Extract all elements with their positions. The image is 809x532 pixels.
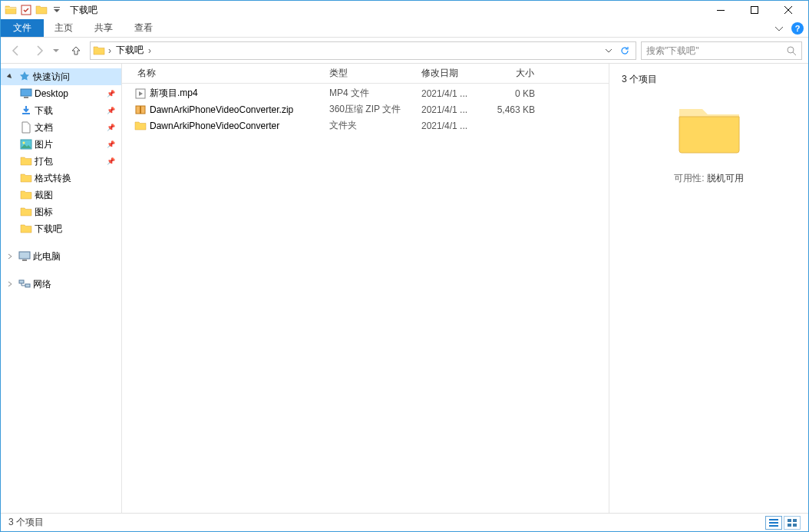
sidebar-item-thispc[interactable]: 此电脑 xyxy=(1,248,121,265)
chevron-right-icon[interactable]: › xyxy=(106,45,114,56)
search-icon[interactable] xyxy=(786,45,797,56)
tab-view[interactable]: 查看 xyxy=(124,19,163,37)
search-input[interactable] xyxy=(646,45,786,56)
search-box[interactable] xyxy=(641,41,802,60)
tab-home[interactable]: 主页 xyxy=(44,19,84,37)
svg-rect-19 xyxy=(769,525,778,527)
column-size[interactable]: 大小 xyxy=(478,64,541,83)
sidebar-item-format[interactable]: 格式转换 xyxy=(1,170,121,187)
close-button[interactable] xyxy=(771,1,805,19)
expand-icon[interactable] xyxy=(7,281,16,287)
address-bar[interactable]: › 下载吧 › xyxy=(90,41,636,60)
preview-pane: 3 个项目 可用性: 脱机可用 xyxy=(609,64,808,513)
tab-share[interactable]: 共享 xyxy=(84,19,124,37)
sidebar-item-label: 文档 xyxy=(35,121,53,134)
pin-icon: 📌 xyxy=(107,124,115,131)
address-segment[interactable]: 下载吧 xyxy=(114,42,146,59)
back-button[interactable] xyxy=(7,41,25,60)
pictures-icon xyxy=(19,137,33,151)
sidebar-item-label: 截图 xyxy=(35,189,53,202)
status-view-buttons xyxy=(765,516,801,530)
main-area: 快速访问 Desktop 📌 下载 📌 文档 📌 xyxy=(1,64,808,513)
up-button[interactable] xyxy=(67,41,85,60)
content-pane: 名称 类型 修改日期 大小 新项目.mp4 MP4 文件 2021/4/1 ..… xyxy=(122,64,609,513)
pin-icon: 📌 xyxy=(107,157,115,165)
expand-ribbon-icon[interactable] xyxy=(771,21,787,36)
sidebar-item-desktop[interactable]: Desktop 📌 xyxy=(1,85,121,102)
file-size: 5,463 KB xyxy=(478,104,541,115)
file-name: DawnArkiPhoneVideoConverter.zip xyxy=(150,104,293,115)
window-controls xyxy=(704,1,805,19)
svg-rect-18 xyxy=(769,522,778,524)
file-size: 0 KB xyxy=(478,88,541,99)
folder-icon xyxy=(19,205,33,219)
forward-button[interactable] xyxy=(30,41,48,60)
quick-access-toolbar xyxy=(4,3,64,17)
file-row[interactable]: 新项目.mp4 MP4 文件 2021/4/1 ... 0 KB xyxy=(122,85,609,101)
svg-point-9 xyxy=(23,142,25,144)
qat-dropdown-icon[interactable] xyxy=(50,3,64,17)
maximize-button[interactable] xyxy=(738,1,771,19)
title-bar: 下载吧 xyxy=(1,1,808,19)
refresh-icon[interactable] xyxy=(616,42,634,59)
collapse-icon[interactable] xyxy=(7,74,16,80)
file-row[interactable]: DawnArkiPhoneVideoConverter.zip 360压缩 ZI… xyxy=(122,101,609,117)
sidebar-item-screenshot[interactable]: 截图 xyxy=(1,187,121,203)
large-icons-view-button[interactable] xyxy=(784,516,801,530)
pin-icon: 📌 xyxy=(107,140,115,148)
sidebar-item-label: 格式转换 xyxy=(35,172,71,185)
sidebar-item-network[interactable]: 网络 xyxy=(1,276,121,292)
properties-icon[interactable] xyxy=(19,3,33,17)
file-type: 文件夹 xyxy=(323,119,415,132)
status-text: 3 个项目 xyxy=(8,516,44,529)
sidebar-item-xiazaiba[interactable]: 下载吧 xyxy=(1,220,121,237)
availability-label: 可用性: xyxy=(674,173,704,183)
pin-icon: 📌 xyxy=(107,90,115,97)
network-icon xyxy=(18,277,31,291)
file-list[interactable]: 新项目.mp4 MP4 文件 2021/4/1 ... 0 KB DawnArk… xyxy=(122,84,609,513)
sidebar-item-label: Desktop xyxy=(35,88,68,99)
history-dropdown-icon[interactable] xyxy=(53,48,62,54)
address-dropdown-icon[interactable] xyxy=(600,42,616,59)
desktop-icon xyxy=(19,87,33,101)
navigation-pane: 快速访问 Desktop 📌 下载 📌 文档 📌 xyxy=(1,64,122,513)
column-type[interactable]: 类型 xyxy=(323,64,415,83)
file-name: 新项目.mp4 xyxy=(150,87,198,100)
file-date: 2021/4/1 ... xyxy=(415,121,478,131)
minimize-button[interactable] xyxy=(704,1,738,19)
sidebar-item-downloads[interactable]: 下载 📌 xyxy=(1,102,121,119)
folder-icon xyxy=(19,222,33,236)
svg-rect-6 xyxy=(24,97,28,98)
svg-rect-23 xyxy=(793,524,797,527)
svg-rect-10 xyxy=(19,252,30,259)
svg-rect-3 xyxy=(751,7,758,14)
file-type: MP4 文件 xyxy=(323,87,415,100)
tab-file[interactable]: 文件 xyxy=(1,19,44,37)
sidebar-item-label: 此电脑 xyxy=(33,250,61,263)
details-view-button[interactable] xyxy=(765,516,782,530)
file-date: 2021/4/1 ... xyxy=(415,88,478,99)
pin-icon: 📌 xyxy=(107,107,115,114)
expand-icon[interactable] xyxy=(7,253,16,259)
file-row[interactable]: DawnArkiPhoneVideoConverter 文件夹 2021/4/1… xyxy=(122,117,609,134)
zip-file-icon xyxy=(134,104,147,116)
sidebar-item-iconfolder[interactable]: 图标 xyxy=(1,203,121,220)
folder-icon xyxy=(19,188,33,202)
column-date[interactable]: 修改日期 xyxy=(415,64,478,83)
download-icon xyxy=(19,104,33,117)
window-title: 下载吧 xyxy=(70,4,97,17)
sidebar-item-documents[interactable]: 文档 📌 xyxy=(1,119,121,136)
svg-rect-2 xyxy=(717,10,725,11)
sidebar-item-quickaccess[interactable]: 快速访问 xyxy=(1,68,121,85)
column-name[interactable]: 名称 xyxy=(131,64,323,83)
sidebar-item-pack[interactable]: 打包 📌 xyxy=(1,153,121,170)
sidebar-item-label: 下载 xyxy=(35,104,53,117)
chevron-right-icon[interactable]: › xyxy=(146,45,154,56)
sidebar-item-pictures[interactable]: 图片 📌 xyxy=(1,136,121,153)
svg-rect-13 xyxy=(25,284,30,287)
sidebar-item-label: 打包 xyxy=(35,155,53,168)
help-icon[interactable]: ? xyxy=(791,22,804,35)
sidebar-item-label: 图标 xyxy=(35,206,53,219)
ribbon-right: ? xyxy=(771,19,808,37)
sidebar-item-label: 下载吧 xyxy=(35,223,62,236)
